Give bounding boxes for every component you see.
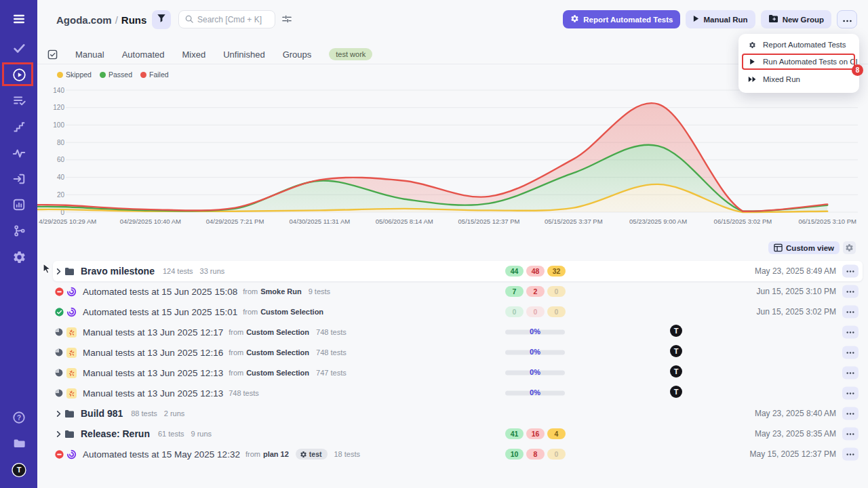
tab-mixed[interactable]: Mixed	[182, 49, 206, 60]
search-input[interactable]	[197, 15, 269, 24]
tab-automated[interactable]: Automated	[122, 49, 165, 60]
tab-groups[interactable]: Groups	[283, 49, 312, 60]
expand-chevron-icon[interactable]	[55, 430, 64, 438]
run-date: Jun 15, 2025 3:10 PM	[757, 287, 836, 296]
badge-passed: 7	[505, 286, 524, 297]
app-root: ? T Agoda.com/Runs Report Automated Test…	[0, 0, 868, 488]
result-badges: 720	[505, 286, 566, 297]
run-row[interactable]: Manual tests at 13 Jun 2025 12:13fromCus…	[37, 363, 868, 383]
sidebar-item-activity[interactable]	[12, 146, 26, 161]
row-more-button[interactable]	[842, 387, 859, 400]
sidebar-item-imports[interactable]	[12, 171, 26, 186]
run-row[interactable]: Manual tests at 13 Jun 2025 12:13748 tes…	[37, 383, 868, 403]
sidebar-item-steps[interactable]	[12, 119, 26, 134]
progress-bar: 0%	[505, 330, 565, 335]
group-name[interactable]: Build 981	[81, 408, 123, 419]
row-more-button[interactable]	[842, 407, 859, 420]
run-row[interactable]: Automated tests at 15 Jun 2025 15:01from…	[37, 302, 868, 322]
badge-skipped: 0	[547, 286, 566, 297]
legend-passed[interactable]: Passed	[100, 70, 132, 79]
assignee-avatar[interactable]: T	[670, 325, 682, 340]
menu-item-report-automated-tests[interactable]: Report Automated Tests	[738, 36, 859, 54]
new-group-button[interactable]: New Group	[761, 10, 831, 28]
run-row[interactable]: Automated tests at 15 May 2025 12:32from…	[37, 444, 868, 464]
sidebar-item-settings[interactable]	[12, 249, 26, 264]
automated-run-icon	[66, 307, 83, 317]
breadcrumb-project[interactable]: Agoda.com	[56, 14, 112, 26]
tab-unfinished[interactable]: Unfinished	[223, 49, 264, 60]
svg-text:140: 140	[53, 87, 64, 94]
run-source[interactable]: Custom Selection	[246, 328, 309, 336]
legend-skipped[interactable]: Skipped	[57, 70, 92, 79]
row-more-button[interactable]	[842, 306, 859, 319]
badge-skipped: 0	[547, 306, 566, 317]
custom-view-button[interactable]: Custom view	[768, 241, 840, 254]
group-name[interactable]: Release: Rerun	[81, 428, 150, 439]
row-more-button[interactable]	[842, 285, 859, 298]
filter-button[interactable]	[152, 10, 171, 29]
sidebar-item-reports[interactable]	[12, 197, 26, 212]
expand-chevron-icon[interactable]	[55, 410, 64, 418]
view-settings-icon[interactable]	[281, 14, 292, 26]
group-runs-count: 2 runs	[164, 409, 185, 418]
run-source[interactable]: plan 12	[263, 450, 289, 458]
expand-chevron-icon[interactable]	[55, 268, 64, 275]
group-name[interactable]: Bravo milestone	[81, 266, 155, 277]
view-gear-icon[interactable]	[843, 241, 856, 254]
group-row[interactable]: Release: Rerun61 tests9 runs41164May 23,…	[37, 424, 868, 444]
status-pending-icon	[55, 389, 66, 397]
run-row[interactable]: Manual tests at 13 Jun 2025 12:17fromCus…	[37, 322, 868, 342]
menu-item-mixed-run[interactable]: Mixed Run	[738, 70, 859, 88]
run-title[interactable]: Manual tests at 13 Jun 2025 12:13	[83, 388, 223, 399]
badge-skipped: 32	[547, 266, 566, 277]
more-actions-button[interactable]	[837, 10, 857, 28]
svg-text:80: 80	[57, 139, 65, 146]
assignee-avatar[interactable]: T	[670, 365, 682, 380]
help-icon[interactable]: ?	[12, 410, 26, 425]
svg-text:100: 100	[53, 121, 64, 129]
run-row[interactable]: Automated tests at 15 Jun 2025 15:08from…	[37, 281, 868, 302]
badge-passed: 41	[505, 428, 524, 439]
row-more-button[interactable]	[842, 346, 859, 359]
row-more-button[interactable]	[842, 265, 859, 278]
run-title[interactable]: Manual tests at 13 Jun 2025 12:13	[83, 368, 223, 378]
tag-test-work[interactable]: test work	[329, 48, 372, 60]
row-more-button[interactable]	[842, 367, 859, 380]
run-title[interactable]: Automated tests at 15 Jun 2025 15:01	[83, 307, 237, 317]
svg-text:05/15/2025 3:37 PM: 05/15/2025 3:37 PM	[545, 218, 603, 225]
group-row[interactable]: Bravo milestone124 tests33 runs444832May…	[37, 261, 868, 281]
run-title[interactable]: Automated tests at 15 Jun 2025 15:08	[83, 287, 237, 297]
row-more-button[interactable]	[842, 448, 859, 461]
search-box[interactable]	[178, 10, 275, 28]
run-source[interactable]: Custom Selection	[246, 369, 309, 377]
row-more-button[interactable]	[842, 326, 859, 339]
run-tests-count: 18 tests	[334, 450, 361, 458]
assignee-avatar[interactable]: T	[670, 345, 682, 360]
run-source[interactable]: Custom Selection	[260, 308, 323, 316]
run-source[interactable]: Custom Selection	[246, 348, 309, 357]
sidebar-item-plans[interactable]	[12, 93, 26, 108]
manual-run-button[interactable]: Manual Run	[686, 10, 755, 28]
menu-toggle-icon[interactable]	[12, 12, 26, 26]
sidebar-item-projects[interactable]	[12, 436, 26, 451]
row-more-button[interactable]	[842, 428, 859, 441]
run-tag[interactable]: test	[296, 449, 328, 460]
row-main: Manual tests at 13 Jun 2025 12:17fromCus…	[55, 322, 353, 342]
runs-checklist-icon[interactable]	[47, 49, 58, 60]
workspace-avatar[interactable]: T	[12, 462, 26, 477]
legend-failed[interactable]: Failed	[140, 70, 169, 79]
run-tests-count: 748 tests	[316, 348, 347, 357]
run-title[interactable]: Manual tests at 13 Jun 2025 12:17	[83, 327, 223, 338]
ellipsis-icon	[843, 16, 852, 24]
run-title[interactable]: Manual tests at 13 Jun 2025 12:16	[83, 348, 223, 358]
assignee-avatar[interactable]: T	[670, 386, 682, 401]
sidebar-item-branches[interactable]	[12, 223, 26, 238]
run-source[interactable]: Smoke Run	[260, 287, 302, 296]
badge-failed: 48	[526, 266, 545, 277]
tab-manual[interactable]: Manual	[75, 49, 104, 60]
sidebar-item-tests[interactable]	[12, 41, 26, 56]
report-automated-tests-button[interactable]: Report Automated Tests	[563, 10, 680, 28]
run-row[interactable]: Manual tests at 13 Jun 2025 12:16fromCus…	[37, 342, 868, 363]
group-row[interactable]: Build 98188 tests2 runsMay 23, 2025 8:40…	[37, 403, 868, 424]
run-title[interactable]: Automated tests at 15 May 2025 12:32	[83, 449, 240, 460]
